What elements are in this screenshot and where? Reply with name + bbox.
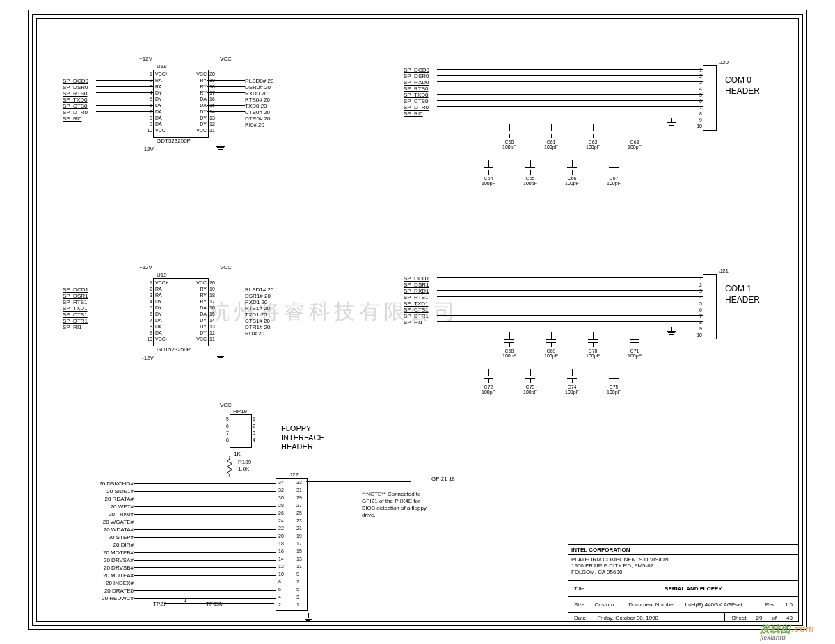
sig: SP_RI1: [404, 319, 429, 325]
u18-pin-r-14: DY: [200, 109, 207, 114]
c: C63: [630, 140, 639, 145]
j22-pin-l: 22: [278, 526, 284, 531]
c: C73: [526, 385, 535, 389]
v: 100pF: [586, 353, 600, 358]
sig: DTR0# 20: [245, 115, 273, 122]
n: 14: [209, 318, 218, 323]
n: 13: [209, 324, 218, 329]
tb-size: Custom: [592, 602, 617, 608]
sig: RLSD1# 20: [245, 287, 273, 293]
tb-rev-lbl: Rev: [763, 602, 778, 608]
v: 100pF: [565, 181, 579, 186]
p: DA: [155, 318, 162, 323]
sig: SP_RTS0: [404, 86, 429, 92]
sig: SP_DSR0: [404, 73, 429, 79]
j22-gnd: [303, 613, 313, 621]
sig: SP_DSR1: [404, 282, 429, 288]
j22-ref: J22: [289, 472, 299, 478]
j22-pin-r: 27: [296, 503, 302, 508]
u18-pin-r-17: RY: [200, 90, 207, 95]
u18-pin-l-2: RA: [155, 78, 162, 83]
tp27: TP27: [153, 601, 166, 607]
bus: [207, 105, 245, 106]
p: 4: [695, 86, 702, 91]
note-line-3: BIOS detection of a floppy: [362, 505, 427, 511]
v: 100pF: [544, 353, 558, 358]
j22-pin-l: 2: [278, 602, 281, 607]
p: 9: [695, 326, 702, 331]
tb-rev: 1.0: [782, 602, 795, 608]
sig: 20 DRVSA#: [50, 556, 134, 564]
j22-pin-r: 11: [296, 564, 302, 569]
sig: SP_DCD1: [63, 287, 88, 293]
sig: SP_RTS1: [63, 299, 88, 305]
com0-title1: COM 0: [725, 75, 752, 85]
j22-pin-r: 33: [296, 480, 302, 485]
n: 6: [144, 312, 152, 316]
n: 17: [209, 299, 218, 304]
tb-sheet-lbl: Sheet: [729, 615, 749, 621]
u18-vcc: VCC: [220, 56, 232, 62]
p: 4: [695, 295, 702, 300]
bus: [207, 99, 245, 99]
bus: [134, 560, 276, 561]
p: 7: [695, 314, 702, 319]
bus: [134, 590, 276, 591]
p: 1: [695, 276, 702, 281]
com0-sig-left: SP_DCD0 SP_DSR0 SP_RTS0 SP_TXD0 SP_CTS0 …: [63, 78, 88, 122]
sig: RTS0# 20: [245, 97, 273, 103]
bus: [134, 545, 276, 545]
floppy-title-1: FLOPPY: [281, 424, 311, 433]
bus: [437, 290, 703, 291]
n: 12: [209, 330, 218, 335]
tp-wire: [164, 603, 274, 604]
p: VCC-: [155, 337, 167, 341]
p: DY: [200, 330, 207, 335]
gpi21-wire: [306, 481, 411, 482]
sig: SP_DCD0: [63, 78, 88, 84]
j22-pin-r: 15: [296, 549, 302, 554]
j22-pin-l: 16: [278, 549, 284, 554]
v: 100pF: [523, 181, 537, 186]
j22-pin-l: 10: [278, 572, 284, 577]
rp-p: 3: [253, 430, 261, 435]
tb-doc-lbl: Document Number: [626, 602, 678, 608]
n: 7: [144, 318, 152, 323]
sig: SP_RTS1: [404, 294, 429, 300]
note-line-2: GPI21 of the PIIX4E for: [362, 498, 420, 504]
j22-pin-r: 17: [296, 541, 302, 546]
bus: [437, 75, 703, 76]
sig: 20 TRK0#: [50, 510, 134, 518]
rp-p: 7: [221, 430, 229, 435]
p: DY: [200, 318, 207, 323]
sig: SP_DCD1: [404, 275, 429, 282]
u18-num-l-1: 1: [144, 72, 152, 77]
note-line-1: **NOTE** Connected to: [362, 491, 421, 497]
sig: DSR1# 20: [245, 293, 273, 299]
bus: [134, 583, 276, 583]
sig: SP_RTS0: [63, 90, 88, 97]
sig: SP_TXD1: [404, 300, 429, 307]
sig: 20 SIDE1#: [50, 488, 134, 495]
u18-pin-l-9: DA: [155, 122, 162, 127]
p: 3: [695, 289, 702, 293]
title-block: INTEL CORPORATION PLATFORM COMPONENTS DI…: [568, 544, 799, 622]
n: 2: [144, 287, 152, 291]
j22-divider: [292, 479, 292, 610]
j22-pin-l: 8: [278, 579, 281, 584]
rp-p: 2: [253, 424, 261, 428]
r189-val: 1.0K: [238, 466, 249, 472]
bus: [437, 303, 703, 303]
bus: [207, 118, 245, 118]
u18-num-l-10: 10: [144, 128, 152, 133]
com1-title1: COM 1: [725, 284, 752, 293]
floppy-sig-list: 20 DSKCHG# 20 SIDE1# 20 RDATA# 20 WPT# 2…: [50, 480, 134, 602]
tp09m: TP09M: [206, 601, 224, 607]
j22-pin-r: 19: [296, 533, 302, 538]
tb-div3: FOLSOM, CA 95630: [571, 569, 795, 575]
tb-of: 40: [784, 615, 795, 621]
v: 100pF: [628, 353, 642, 358]
c: C62: [589, 140, 598, 145]
hdr-j20-ref: J20: [719, 59, 729, 65]
j22-pin-l: 28: [278, 503, 284, 508]
